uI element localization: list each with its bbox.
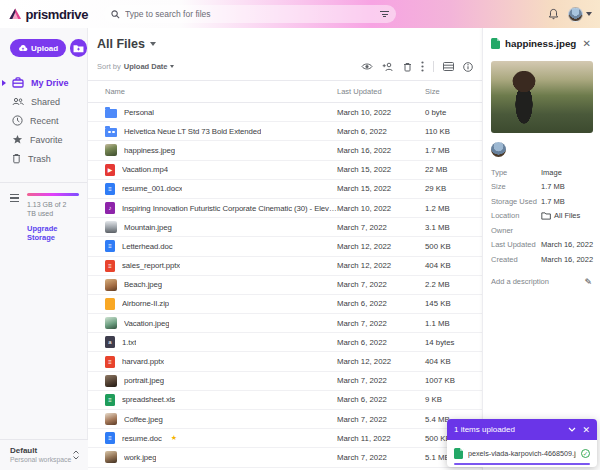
toast-file-row[interactable]: pexels-vlada-karpovich-4668509.jpeg ✓ (447, 440, 597, 467)
toast-close-icon[interactable]: ✕ (582, 425, 590, 435)
image-thumbnail (105, 451, 117, 463)
page-title-label: All Files (97, 37, 145, 51)
file-row[interactable]: ≡spreadsheet.xlsMarch 6, 20229 KB (88, 391, 482, 410)
preview-eye-icon[interactable] (361, 62, 373, 71)
chevron-down-icon (150, 42, 156, 46)
field-value: All Files (541, 211, 580, 220)
uploaded-file-icon (454, 448, 463, 459)
detail-field-type: TypeImage (491, 165, 592, 180)
sidebar-item-favorite[interactable]: Favorite (0, 130, 87, 149)
details-panel: happiness.jpeg ✕ TypeImageSize1.7 MBStor… (482, 28, 600, 470)
edit-pencil-icon[interactable]: ✎ (584, 277, 592, 287)
upload-success-check-icon: ✓ (581, 449, 590, 458)
field-value: Image (541, 168, 562, 177)
file-updated: March 12, 2022 (337, 261, 425, 270)
file-size: 9 KB (425, 395, 482, 404)
file-row[interactable]: ≡sales_report.pptxMarch 12, 2022404 KB (88, 257, 482, 276)
file-name: Personal (124, 108, 154, 117)
file-row[interactable]: PersonalMarch 10, 20220 byte (88, 103, 482, 122)
file-updated: March 7, 2022 (337, 376, 425, 385)
zip-file-icon (105, 298, 115, 310)
filter-icon[interactable] (380, 11, 389, 17)
toast-title: 1 items uploaded (454, 425, 562, 434)
file-updated: March 15, 2022 (337, 165, 425, 174)
image-preview[interactable] (491, 61, 593, 133)
toolbar (361, 61, 473, 72)
file-size: 3.1 MB (425, 223, 482, 232)
file-name: Beach.jpeg (124, 280, 162, 289)
file-row[interactable]: Vacation.jpegMarch 7, 20221.1 MB (88, 314, 482, 333)
file-updated: March 16, 2022 (337, 146, 425, 155)
field-value: 1.7 MB (541, 197, 565, 206)
file-size: 404 KB (425, 261, 482, 270)
upgrade-storage-link[interactable]: Upgrade Storage (27, 224, 77, 242)
notifications-bell-icon[interactable] (548, 8, 559, 20)
sidebar-item-recent[interactable]: Recent (0, 111, 87, 130)
delete-trash-icon[interactable] (403, 62, 412, 72)
file-row[interactable]: Beach.jpegMarch 7, 20222.2 MB (88, 276, 482, 295)
prism-logo-icon (9, 7, 22, 21)
file-row[interactable]: ≡resume_001.docxMarch 15, 202229 KB (88, 180, 482, 199)
file-row[interactable]: Airborne-II.zipMarch 6, 2022145 KB (88, 295, 482, 314)
brand-logo[interactable]: prismdrive (0, 7, 88, 22)
details-fields: TypeImageSize1.7 MBStorage Used1.7 MBLoc… (491, 165, 592, 267)
page-title[interactable]: All Files (88, 28, 482, 51)
file-row[interactable]: Helvetica Neue LT Std 73 Bold ExtendedMa… (88, 122, 482, 141)
file-row[interactable]: portrait.jpegMarch 7, 20221007 KB (88, 372, 482, 391)
file-size: 0 byte (425, 108, 482, 117)
field-label: Last Updated (491, 240, 541, 249)
chevron-down-icon (170, 65, 174, 68)
column-header-size[interactable]: Size (425, 87, 482, 96)
file-row[interactable]: ≡resume.doc★March 11, 2022500 KB (88, 429, 482, 448)
details-file-name: happiness.jpeg (505, 38, 577, 49)
account-menu[interactable] (568, 7, 592, 22)
file-name: Vacation.mp4 (122, 165, 168, 174)
file-row[interactable]: happiness.jpegMarch 16, 20221.7 MB (88, 141, 482, 160)
file-updated: March 6, 2022 (337, 127, 425, 136)
workspace-selector[interactable]: Default Personal workspace (0, 439, 88, 470)
close-icon[interactable]: ✕ (582, 38, 592, 49)
search-input[interactable] (125, 9, 375, 19)
detail-field-storage-used: Storage Used1.7 MB (491, 194, 592, 209)
audio-file-icon: ♪ (105, 202, 115, 214)
sidebar-item-my-drive[interactable]: My Drive (0, 73, 87, 92)
file-row[interactable]: work.jpegMarch 7, 20225.1 MB (88, 448, 482, 467)
sidebar-item-label: Shared (31, 97, 60, 107)
favorite-star-icon: ★ (171, 434, 177, 442)
file-size: 110 KB (425, 127, 482, 136)
upload-button[interactable]: Upload (10, 39, 66, 57)
toast-collapse-chevron-icon[interactable] (568, 427, 576, 432)
file-row[interactable]: ♪Inspiring Innovation Futuristic Corpora… (88, 199, 482, 218)
main-content: All Files Sort by Upload Date (88, 28, 482, 470)
view-mode-icon[interactable] (443, 62, 454, 71)
column-header-last-updated[interactable]: Last Updated (337, 87, 425, 96)
field-label: Owner (491, 226, 541, 235)
file-row[interactable]: ≡harvard.pptxMarch 12, 2022404 KB (88, 352, 482, 371)
file-row[interactable]: ≡Letterhead.docMarch 12, 2022500 KB (88, 237, 482, 256)
search-bar[interactable] (104, 5, 396, 23)
file-size: 29 KB (425, 184, 482, 193)
new-folder-button[interactable] (70, 39, 87, 57)
more-options-icon[interactable] (421, 61, 424, 72)
file-updated: March 7, 2022 (337, 453, 425, 462)
share-person-add-icon[interactable] (382, 62, 394, 72)
sort-value-dropdown[interactable]: Upload Date (124, 62, 174, 71)
file-row[interactable]: ▶Vacation.mp4March 15, 202222 MB (88, 161, 482, 180)
column-header-name[interactable]: Name (105, 87, 337, 96)
field-label: Location (491, 211, 541, 220)
storage-meter (27, 193, 79, 196)
field-label: Storage Used (491, 197, 541, 206)
file-name: Letterhead.doc (122, 242, 173, 251)
file-size: 22 MB (425, 165, 482, 174)
sidebar-item-shared[interactable]: Shared (0, 92, 87, 111)
topbar: prismdrive (0, 0, 600, 28)
field-label: Size (491, 182, 541, 191)
file-row[interactable]: Mountain.jpegMarch 7, 20223.1 MB (88, 218, 482, 237)
sidebar-item-trash[interactable]: Trash (0, 149, 87, 168)
storage-menu-icon[interactable] (10, 194, 19, 202)
file-row[interactable]: a1.txtMarch 6, 202214 bytes (88, 333, 482, 352)
file-list: PersonalMarch 10, 20220 byteHelvetica Ne… (88, 103, 482, 470)
add-description-label: Add a description (491, 277, 549, 286)
info-icon[interactable] (463, 62, 473, 72)
file-row[interactable]: Coffee.jpegMarch 7, 20225.4 MB (88, 410, 482, 429)
